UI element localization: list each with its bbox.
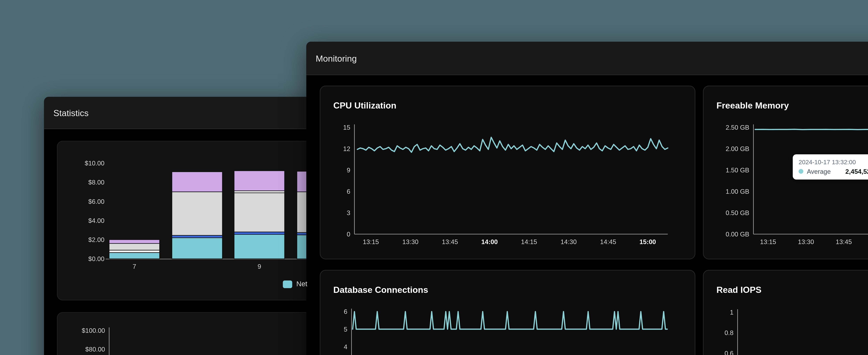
svg-text:1: 1 [730, 309, 734, 316]
svg-text:$0.00: $0.00 [88, 255, 104, 262]
svg-text:2.00 GB: 2.00 GB [726, 145, 749, 153]
cpu-utilization-title: CPU Utilization [333, 100, 396, 110]
statistics-window-title: Statistics [54, 108, 89, 118]
svg-text:$4.00: $4.00 [88, 217, 104, 224]
tooltip-series-label: Average [807, 168, 831, 175]
database-connections-title: Database Connections [333, 285, 428, 294]
database-connections-panel: Database Connections 654 [320, 270, 695, 355]
svg-text:6: 6 [347, 188, 350, 195]
monitoring-window-title: Monitoring [316, 53, 357, 63]
legend-label: Net [296, 280, 307, 288]
svg-text:13:30: 13:30 [402, 238, 418, 246]
svg-text:1.50 GB: 1.50 GB [726, 166, 749, 174]
svg-text:$80.00: $80.00 [85, 346, 105, 353]
chart-tooltip: 2024-10-17 13:32:00 Average 2,454,528,00… [793, 154, 868, 180]
svg-text:13:30: 13:30 [798, 238, 814, 246]
svg-text:0: 0 [347, 230, 350, 238]
tooltip-series-dot-icon [799, 169, 803, 173]
freeable-memory-panel: Freeable Memory 2.50 GB2.00 GB1.50 GB1.0… [703, 86, 868, 259]
svg-text:$100.00: $100.00 [82, 327, 105, 334]
legend-swatch [283, 280, 292, 288]
monitoring-window: Monitoring CPU Utilization 1512963013:15… [306, 42, 868, 355]
svg-text:14:30: 14:30 [561, 238, 577, 246]
svg-text:9: 9 [347, 166, 350, 174]
svg-text:$6.00: $6.00 [88, 198, 104, 205]
svg-text:13:15: 13:15 [760, 238, 776, 246]
svg-text:$10.00: $10.00 [85, 160, 104, 167]
svg-text:5: 5 [344, 326, 347, 333]
desktop: Statistics $10.00$8.00$6.00$4.00$2.00$0.… [0, 0, 868, 355]
svg-text:14:15: 14:15 [521, 238, 537, 246]
svg-text:3: 3 [347, 209, 350, 217]
svg-text:15:00: 15:00 [639, 238, 656, 246]
monitoring-window-header[interactable]: Monitoring [306, 42, 868, 75]
svg-text:9: 9 [258, 263, 261, 270]
svg-text:13:45: 13:45 [836, 238, 852, 246]
chart-legend[interactable]: Net [283, 280, 307, 288]
database-connections-chart[interactable]: 654 [320, 270, 694, 355]
svg-text:7: 7 [133, 263, 136, 270]
svg-text:13:45: 13:45 [442, 238, 458, 246]
cpu-utilization-chart[interactable]: 1512963013:1513:3013:4514:0014:1514:3014… [320, 86, 694, 258]
svg-text:2.50 GB: 2.50 GB [726, 124, 749, 131]
svg-text:0.50 GB: 0.50 GB [726, 209, 749, 217]
cpu-utilization-panel: CPU Utilization 1512963013:1513:3013:451… [320, 86, 695, 259]
svg-text:0.6: 0.6 [724, 350, 734, 355]
read-iops-panel: Read IOPS 10.80.6 [703, 270, 868, 355]
svg-text:14:45: 14:45 [600, 238, 616, 246]
svg-text:1.00 GB: 1.00 GB [726, 188, 749, 195]
svg-text:$2.00: $2.00 [88, 236, 104, 244]
svg-text:14:00: 14:00 [481, 238, 498, 246]
tooltip-value: 2,454,528,000 [845, 168, 868, 175]
tooltip-timestamp: 2024-10-17 13:32:00 [799, 159, 868, 166]
svg-text:0.00 GB: 0.00 GB [726, 230, 749, 238]
freeable-memory-title: Freeable Memory [716, 100, 789, 110]
svg-text:6: 6 [344, 308, 347, 315]
svg-text:$8.00: $8.00 [88, 179, 104, 186]
svg-text:4: 4 [344, 343, 347, 351]
svg-text:13:15: 13:15 [363, 238, 379, 246]
svg-text:15: 15 [343, 124, 350, 131]
read-iops-title: Read IOPS [716, 285, 762, 294]
svg-text:0.8: 0.8 [724, 329, 734, 336]
svg-text:12: 12 [343, 145, 350, 153]
read-iops-chart[interactable]: 10.80.6 [704, 270, 868, 355]
